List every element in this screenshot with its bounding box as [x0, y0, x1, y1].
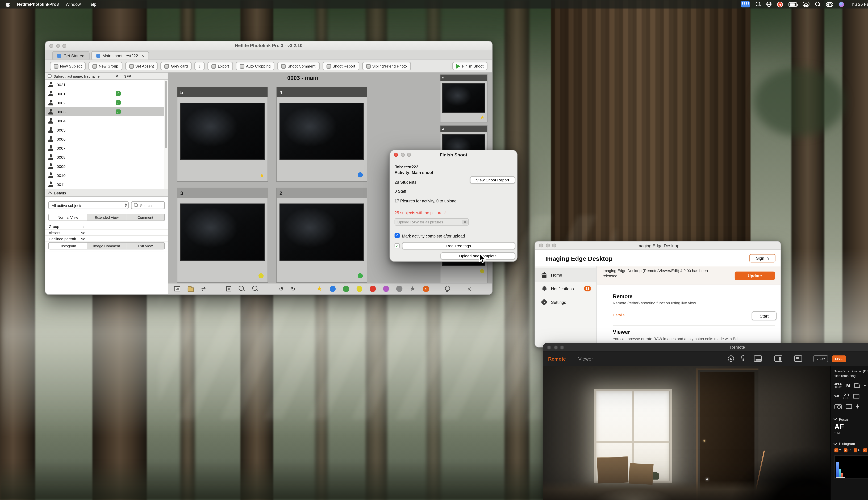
mic-icon[interactable]	[741, 355, 744, 359]
playback-icon[interactable]: ▸	[864, 383, 866, 388]
zoom-button[interactable]	[560, 345, 564, 349]
close-button[interactable]	[394, 153, 398, 157]
zoom-button[interactable]	[407, 153, 411, 157]
tab-image-comment[interactable]: Image Comment	[88, 243, 126, 249]
live-view[interactable]	[543, 366, 831, 500]
tag-yellow-icon[interactable]	[356, 286, 362, 292]
battery-icon[interactable]	[788, 2, 797, 7]
photo-cell-small[interactable]: 5★	[440, 74, 488, 123]
sfp-checkbox[interactable]: ✓	[116, 91, 121, 96]
tab-main-shoot[interactable]: Main shoot: test222 ×	[91, 51, 149, 59]
tab-get-started[interactable]: Get Started	[52, 51, 89, 59]
auto-cropping-button[interactable]: Auto Cropping	[236, 62, 275, 70]
expand-icon[interactable]	[226, 286, 231, 291]
dialog-titlebar[interactable]: Finish Shoot	[390, 150, 517, 159]
display-mode-icon[interactable]	[754, 355, 762, 362]
new-group-button[interactable]: New Group	[89, 62, 122, 70]
globe-icon[interactable]	[766, 2, 771, 7]
focus-section-header[interactable]: Focus	[834, 417, 868, 421]
minimize-button[interactable]	[546, 243, 550, 247]
grey-card-button[interactable]: Grey card	[161, 62, 192, 70]
tab-exif-view[interactable]: Exif View	[126, 243, 164, 249]
tag-purple-icon[interactable]	[383, 286, 389, 292]
close-icon[interactable]: ×	[467, 286, 471, 292]
sfp-checkbox[interactable]: ✓	[116, 100, 121, 105]
close-button[interactable]	[49, 44, 53, 48]
tag-blue-icon[interactable]	[330, 286, 335, 292]
export-button[interactable]: Export	[208, 62, 233, 70]
subject-row[interactable]: 0005	[45, 125, 164, 134]
zoom-button[interactable]	[552, 243, 556, 247]
photo-cell[interactable]: 5★	[177, 87, 268, 182]
tag-gray-icon[interactable]	[396, 286, 402, 292]
menu-app-name[interactable]: NetlifePhotolinkPro3	[17, 2, 59, 7]
camera-icon[interactable]	[834, 404, 842, 409]
sfp-checkbox[interactable]: ✓	[116, 109, 121, 114]
subject-search-input[interactable]: Search	[131, 201, 165, 209]
tab-close-icon[interactable]: ×	[141, 53, 144, 58]
siri-icon[interactable]	[839, 2, 844, 7]
tab-remote[interactable]: Remote	[548, 356, 566, 362]
subject-row[interactable]: 0009	[45, 162, 164, 171]
histogram-channel-y[interactable]: ✓Y	[834, 448, 841, 452]
subject-row[interactable]: 0002✓	[45, 98, 164, 107]
apple-menu-icon[interactable]	[6, 2, 10, 7]
details-header[interactable]: Details	[45, 189, 168, 197]
dynamic-range-setting[interactable]: D-R OFF	[843, 393, 849, 400]
subject-list-scrollbar[interactable]	[164, 80, 168, 189]
photo-cell[interactable]: 4	[276, 87, 367, 182]
histogram-channel-r[interactable]: ✓R	[844, 448, 850, 452]
close-button[interactable]	[547, 345, 551, 349]
search-icon[interactable]	[755, 2, 761, 7]
channel-checkbox[interactable]: ✓	[844, 448, 847, 452]
import-button[interactable]: ↓	[195, 62, 205, 70]
white-balance-setting[interactable]: WB	[834, 395, 840, 398]
menu-window[interactable]: Window	[66, 2, 81, 7]
image-quality-setting[interactable]: JPEG FINE	[834, 382, 842, 389]
channel-checkbox[interactable]: ✓	[864, 448, 867, 452]
focus-area-icon[interactable]	[846, 404, 852, 409]
subject-row[interactable]: 0004	[45, 116, 164, 125]
tag-star-icon[interactable]: ★	[316, 286, 322, 292]
af-mode[interactable]: AF	[834, 423, 868, 430]
histogram-channel-g[interactable]: ✓G	[854, 448, 860, 452]
subject-row[interactable]: 0007	[45, 144, 164, 152]
exposure-mode-setting[interactable]: M	[846, 383, 850, 388]
folder-icon[interactable]	[188, 287, 194, 292]
subject-row[interactable]: 0003✓	[45, 107, 164, 116]
sync-icon[interactable]: ⇄	[201, 286, 206, 292]
details-link[interactable]: Details	[613, 313, 625, 317]
image-icon[interactable]	[174, 286, 180, 291]
undo-icon[interactable]: ↺	[279, 286, 283, 292]
input-source-icon[interactable]	[741, 1, 750, 8]
spotlight-icon[interactable]	[815, 2, 820, 7]
view-button[interactable]: VIEW	[813, 355, 828, 362]
subject-row[interactable]: 0021	[45, 80, 164, 89]
shoot-comment-button[interactable]: Shoot Comment	[277, 62, 319, 70]
sibling-friend-photo-button[interactable]: Sibling/Friend Photo	[362, 62, 411, 70]
finish-shoot-button[interactable]: Finish Shoot	[453, 62, 488, 70]
tab-viewer[interactable]: Viewer	[578, 356, 593, 362]
overlay-icon[interactable]	[794, 355, 802, 362]
subject-row[interactable]: 0008	[45, 152, 164, 161]
record-status-icon[interactable]	[777, 1, 783, 7]
mark-complete-checkbox[interactable]: ✓	[395, 233, 399, 238]
start-button[interactable]: Start	[752, 311, 777, 320]
tag-green-icon[interactable]	[343, 286, 349, 292]
required-tags-button[interactable]: Required tags	[402, 242, 515, 249]
upload-and-complete-button[interactable]: Upload and complete	[441, 252, 515, 260]
tag-sony-icon[interactable]: S	[423, 286, 429, 292]
imaging-edge-titlebar[interactable]: Imaging Edge Desktop	[535, 241, 780, 250]
menu-clock[interactable]: Thu 26 Feb 15:34	[849, 2, 868, 7]
photolink-titlebar[interactable]: Netlife Photolink Pro 3 - v3.2.10	[45, 41, 492, 50]
tab-normal-view[interactable]: Normal View	[49, 214, 88, 220]
subject-row[interactable]: 0001✓	[45, 89, 164, 98]
zoom-button[interactable]	[62, 44, 66, 48]
required-tags-checkbox[interactable]: ✓	[395, 243, 399, 248]
lens-icon[interactable]	[728, 355, 734, 362]
aspect-frame-icon[interactable]	[853, 394, 859, 398]
histogram-section-header[interactable]: Histogram	[834, 442, 868, 446]
select-all-checkbox[interactable]	[48, 74, 51, 78]
wifi-icon[interactable]	[802, 2, 809, 7]
subject-filter-select[interactable]: All active subjects	[48, 201, 129, 209]
